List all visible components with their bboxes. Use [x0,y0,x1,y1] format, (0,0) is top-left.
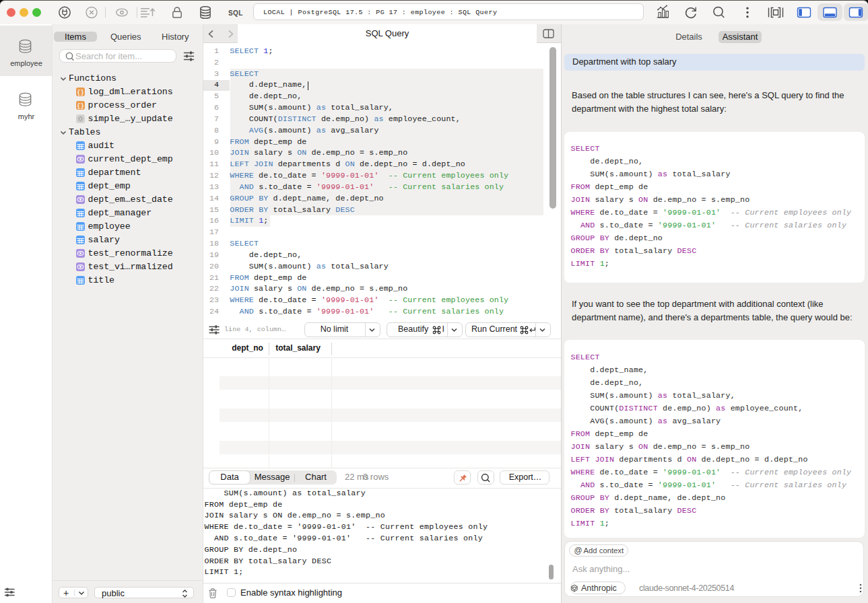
svg-text:SQL: SQL [228,9,243,17]
